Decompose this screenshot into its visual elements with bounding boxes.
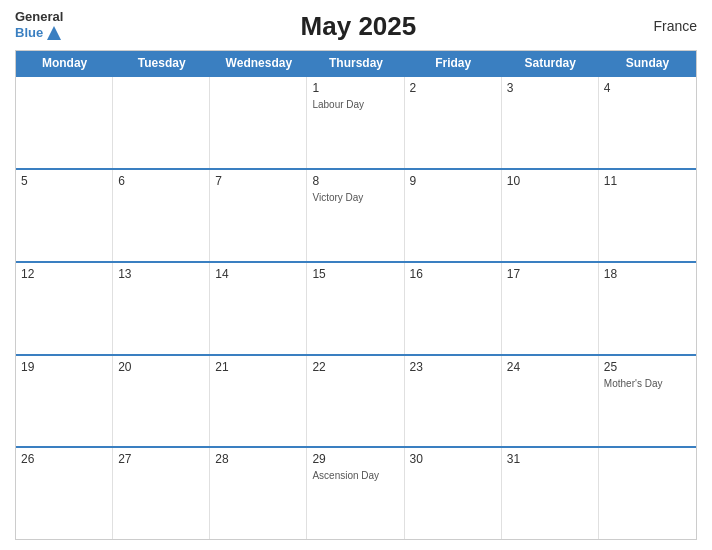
day-cell-12: 12	[16, 263, 113, 354]
day-cell-5: 5	[16, 170, 113, 261]
day-cell-17: 17	[502, 263, 599, 354]
header-friday: Friday	[405, 51, 502, 75]
day-number: 3	[507, 81, 593, 95]
day-number: 8	[312, 174, 398, 188]
day-cell-19: 19	[16, 356, 113, 447]
day-cell-10: 10	[502, 170, 599, 261]
day-cell-11: 11	[599, 170, 696, 261]
day-cell-15: 15	[307, 263, 404, 354]
day-cell-29: 29 Ascension Day	[307, 448, 404, 539]
day-cell-empty-2	[113, 77, 210, 168]
header-thursday: Thursday	[307, 51, 404, 75]
day-number: 12	[21, 267, 107, 281]
country-label: France	[653, 18, 697, 34]
day-number: 25	[604, 360, 691, 374]
day-cell-2: 2	[405, 77, 502, 168]
header-wednesday: Wednesday	[210, 51, 307, 75]
day-cell-20: 20	[113, 356, 210, 447]
holiday-mothers-day: Mother's Day	[604, 378, 663, 389]
day-number: 18	[604, 267, 691, 281]
day-number: 14	[215, 267, 301, 281]
day-cell-6: 6	[113, 170, 210, 261]
day-cell-1: 1 Labour Day	[307, 77, 404, 168]
day-number: 11	[604, 174, 691, 188]
day-number: 19	[21, 360, 107, 374]
day-cell-22: 22	[307, 356, 404, 447]
header-monday: Monday	[16, 51, 113, 75]
week-row-5: 26 27 28 29 Ascension Day 30 31	[16, 446, 696, 539]
header-sunday: Sunday	[599, 51, 696, 75]
day-cell-25: 25 Mother's Day	[599, 356, 696, 447]
day-number: 9	[410, 174, 496, 188]
day-cell-4: 4	[599, 77, 696, 168]
day-number: 15	[312, 267, 398, 281]
day-cell-13: 13	[113, 263, 210, 354]
day-number: 6	[118, 174, 204, 188]
day-number: 20	[118, 360, 204, 374]
week-row-1: 1 Labour Day 2 3 4	[16, 75, 696, 168]
calendar-grid: Monday Tuesday Wednesday Thursday Friday…	[15, 50, 697, 540]
day-number: 17	[507, 267, 593, 281]
svg-marker-0	[47, 26, 61, 40]
day-cell-27: 27	[113, 448, 210, 539]
logo-general: General	[15, 10, 63, 24]
logo-blue: Blue	[15, 26, 43, 40]
day-cell-24: 24	[502, 356, 599, 447]
day-number: 13	[118, 267, 204, 281]
header-saturday: Saturday	[502, 51, 599, 75]
day-cell-9: 9	[405, 170, 502, 261]
logo-triangle-icon	[45, 24, 63, 42]
day-cell-23: 23	[405, 356, 502, 447]
day-number: 30	[410, 452, 496, 466]
day-cell-empty-end	[599, 448, 696, 539]
day-number: 5	[21, 174, 107, 188]
day-number: 22	[312, 360, 398, 374]
day-cell-empty-1	[16, 77, 113, 168]
day-number: 26	[21, 452, 107, 466]
day-number: 4	[604, 81, 691, 95]
day-number: 27	[118, 452, 204, 466]
day-cell-8: 8 Victory Day	[307, 170, 404, 261]
day-cell-28: 28	[210, 448, 307, 539]
day-number: 23	[410, 360, 496, 374]
day-cell-26: 26	[16, 448, 113, 539]
holiday-ascension-day: Ascension Day	[312, 470, 379, 481]
page-title: May 2025	[301, 11, 417, 42]
logo: General Blue	[15, 10, 63, 42]
day-number: 21	[215, 360, 301, 374]
day-cell-18: 18	[599, 263, 696, 354]
day-number: 24	[507, 360, 593, 374]
day-number: 10	[507, 174, 593, 188]
day-number: 7	[215, 174, 301, 188]
day-cell-21: 21	[210, 356, 307, 447]
day-cell-7: 7	[210, 170, 307, 261]
day-cell-30: 30	[405, 448, 502, 539]
day-number: 29	[312, 452, 398, 466]
header-tuesday: Tuesday	[113, 51, 210, 75]
weeks-container: 1 Labour Day 2 3 4 5 6	[16, 75, 696, 539]
day-cell-empty-3	[210, 77, 307, 168]
day-cell-14: 14	[210, 263, 307, 354]
week-row-3: 12 13 14 15 16 17 18	[16, 261, 696, 354]
day-number: 1	[312, 81, 398, 95]
week-row-4: 19 20 21 22 23 24 25 M	[16, 354, 696, 447]
week-row-2: 5 6 7 8 Victory Day 9 10	[16, 168, 696, 261]
page-header: General Blue May 2025 France	[15, 10, 697, 42]
day-headers-row: Monday Tuesday Wednesday Thursday Friday…	[16, 51, 696, 75]
day-cell-31: 31	[502, 448, 599, 539]
day-number: 16	[410, 267, 496, 281]
day-number: 31	[507, 452, 593, 466]
holiday-victory-day: Victory Day	[312, 192, 363, 203]
holiday-labour-day: Labour Day	[312, 99, 364, 110]
day-number: 28	[215, 452, 301, 466]
day-cell-3: 3	[502, 77, 599, 168]
day-cell-16: 16	[405, 263, 502, 354]
day-number: 2	[410, 81, 496, 95]
calendar-page: General Blue May 2025 France Monday Tues…	[0, 0, 712, 550]
